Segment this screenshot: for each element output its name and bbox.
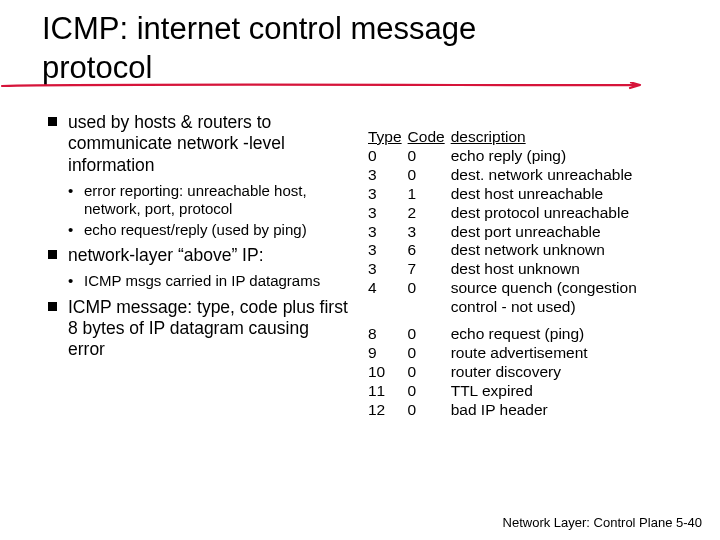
cell-code: 0	[408, 382, 451, 401]
slide-title: ICMP: internet control message protocol	[42, 10, 476, 88]
bullet-icmp-message: ICMP message: type, code plus first 8 by…	[48, 297, 348, 361]
subbullet-text: echo request/reply (used by ping)	[84, 221, 307, 238]
square-bullet-icon	[48, 302, 57, 311]
cell-type: 12	[368, 401, 408, 420]
bullet-network-layer: network-layer “above” IP:	[48, 245, 348, 266]
cell-type: 9	[368, 344, 408, 363]
cell-type: 3	[368, 166, 408, 185]
table-row: 120bad IP header	[368, 401, 667, 420]
table-header-row: Type Code description	[368, 128, 667, 147]
cell-desc: dest protocol unreachable	[451, 204, 667, 223]
cell-desc: dest port unreachable	[451, 223, 667, 242]
cell-code: 0	[408, 325, 451, 344]
cell-code: 1	[408, 185, 451, 204]
cell-type: 11	[368, 382, 408, 401]
bullet-text: network-layer “above” IP:	[68, 245, 264, 265]
cell-type: 3	[368, 204, 408, 223]
subbullet-echo: • echo request/reply (used by ping)	[48, 221, 348, 239]
square-bullet-icon	[48, 250, 57, 259]
cell-type: 10	[368, 363, 408, 382]
cell-type: 0	[368, 147, 408, 166]
cell-desc: TTL expired	[451, 382, 667, 401]
subbullet-icmp-msgs: • ICMP msgs carried in IP datagrams	[48, 272, 348, 290]
table-gap	[368, 317, 667, 325]
col-header-desc: description	[451, 128, 667, 147]
table-row: 100router discovery	[368, 363, 667, 382]
dot-bullet-icon: •	[68, 272, 73, 290]
cell-desc: echo request (ping)	[451, 325, 667, 344]
col-header-type: Type	[368, 128, 408, 147]
cell-type: 3	[368, 223, 408, 242]
cell-type: 8	[368, 325, 408, 344]
cell-desc: bad IP header	[451, 401, 667, 420]
table-row: 00echo reply (ping)	[368, 147, 667, 166]
cell-code: 6	[408, 241, 451, 260]
dot-bullet-icon: •	[68, 182, 73, 200]
cell-desc: dest host unknown	[451, 260, 667, 279]
table-row: 31dest host unreachable	[368, 185, 667, 204]
cell-desc: dest host unreachable	[451, 185, 667, 204]
table-row: 40source quench (congestion control - no…	[368, 279, 667, 317]
table-row: 90route advertisement	[368, 344, 667, 363]
cell-code: 7	[408, 260, 451, 279]
cell-code: 0	[408, 363, 451, 382]
subbullet-text: ICMP msgs carried in IP datagrams	[84, 272, 320, 289]
bullet-used-by-hosts: used by hosts & routers to communicate n…	[48, 112, 348, 176]
cell-type: 3	[368, 185, 408, 204]
table-row: 32dest protocol unreachable	[368, 204, 667, 223]
cell-type: 3	[368, 260, 408, 279]
subbullet-error-reporting: • error reporting: unreachable host, net…	[48, 182, 348, 219]
cell-code: 0	[408, 344, 451, 363]
cell-desc: dest network unknown	[451, 241, 667, 260]
icmp-table: Type Code description 00echo reply (ping…	[368, 128, 667, 420]
bullet-text: used by hosts & routers to communicate n…	[68, 112, 285, 175]
bullet-text: ICMP message: type, code plus first 8 by…	[68, 297, 348, 360]
col-header-code: Code	[408, 128, 451, 147]
table-row: 33dest port unreachable	[368, 223, 667, 242]
cell-code: 0	[408, 166, 451, 185]
right-column: Type Code description 00echo reply (ping…	[368, 128, 667, 420]
cell-type: 4	[368, 279, 408, 317]
left-column: used by hosts & routers to communicate n…	[48, 112, 348, 367]
slide-footer: Network Layer: Control Plane 5-40	[503, 515, 702, 530]
dot-bullet-icon: •	[68, 221, 73, 239]
table-row: 37dest host unknown	[368, 260, 667, 279]
cell-desc: route advertisement	[451, 344, 667, 363]
square-bullet-icon	[48, 117, 57, 126]
cell-code: 0	[408, 147, 451, 166]
cell-desc: router discovery	[451, 363, 667, 382]
cell-code: 0	[408, 279, 451, 317]
cell-code: 2	[408, 204, 451, 223]
table-row: 80echo request (ping)	[368, 325, 667, 344]
cell-type: 3	[368, 241, 408, 260]
cell-desc: dest. network unreachable	[451, 166, 667, 185]
subbullet-text: error reporting: unreachable host, netwo…	[84, 182, 307, 217]
cell-code: 0	[408, 401, 451, 420]
cell-desc: echo reply (ping)	[451, 147, 667, 166]
table-row: 30dest. network unreachable	[368, 166, 667, 185]
table-row: 36dest network unknown	[368, 241, 667, 260]
slide: ICMP: internet control message protocol …	[0, 0, 720, 540]
title-line-1: ICMP: internet control message	[42, 11, 476, 46]
table-row: 110TTL expired	[368, 382, 667, 401]
cell-desc: source quench (congestion control - not …	[451, 279, 667, 317]
cell-code: 3	[408, 223, 451, 242]
title-line-2: protocol	[42, 50, 152, 85]
